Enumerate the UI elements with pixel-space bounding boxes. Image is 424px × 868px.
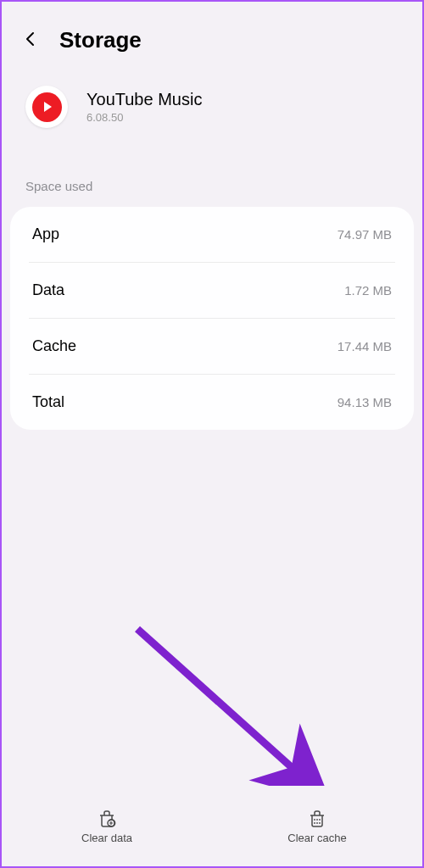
row-data: Data 1.72 MB: [29, 263, 395, 319]
row-total: Total 94.13 MB: [29, 375, 395, 430]
svg-line-0: [137, 629, 303, 777]
row-label: Cache: [32, 337, 76, 355]
storage-card: App 74.97 MB Data 1.72 MB Cache 17.44 MB…: [10, 207, 414, 430]
app-version: 6.08.50: [86, 111, 202, 124]
row-value: 94.13 MB: [338, 395, 392, 409]
app-meta: YouTube Music 6.08.50: [86, 90, 202, 124]
row-label: Data: [32, 281, 64, 299]
page-title: Storage: [59, 27, 142, 53]
row-value: 1.72 MB: [344, 283, 392, 298]
back-icon[interactable]: [22, 29, 42, 53]
row-app: App 74.97 MB: [29, 207, 395, 263]
youtube-music-icon: [25, 86, 68, 128]
trash-data-icon: [97, 808, 117, 828]
row-cache: Cache 17.44 MB: [29, 319, 395, 375]
clear-data-button[interactable]: Clear data: [2, 786, 212, 866]
action-label: Clear cache: [287, 832, 346, 844]
clear-cache-button[interactable]: Clear cache: [212, 786, 422, 866]
section-label: Space used: [2, 153, 422, 202]
app-info: YouTube Music 6.08.50: [2, 70, 422, 153]
app-name: YouTube Music: [86, 90, 202, 109]
row-label: App: [32, 225, 59, 243]
annotation-arrow: [129, 620, 332, 807]
row-value: 17.44 MB: [338, 339, 392, 353]
trash-cache-icon: [307, 808, 327, 828]
row-value: 74.97 MB: [338, 227, 392, 242]
header: Storage: [2, 2, 422, 70]
row-label: Total: [32, 393, 64, 411]
bottom-actions: Clear data Clear cache: [2, 786, 422, 866]
action-label: Clear data: [81, 832, 132, 844]
